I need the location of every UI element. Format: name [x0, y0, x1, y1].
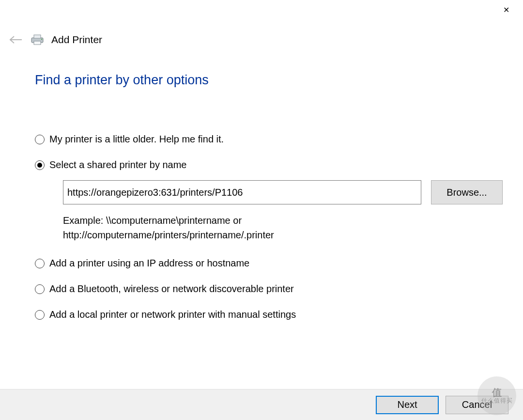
option-local-label: Add a local printer or network printer w…: [49, 309, 296, 320]
radio-bluetooth-network[interactable]: [35, 284, 45, 294]
wizard-header: Add Printer: [9, 30, 514, 49]
option-older-label: My printer is a little older. Help me fi…: [49, 134, 224, 145]
shared-printer-url-input[interactable]: [63, 180, 421, 204]
example-line-2: http://computername/printers/printername…: [63, 228, 412, 242]
wizard-footer: Next Cancel: [0, 389, 523, 420]
browse-button[interactable]: Browse...: [431, 180, 503, 204]
shared-example-text: Example: \\computername\printername or h…: [63, 213, 412, 242]
page-heading: Find a printer by other options: [35, 73, 504, 88]
radio-shared-printer[interactable]: [35, 160, 45, 170]
svg-rect-3: [34, 41, 41, 45]
radio-ip-hostname[interactable]: [35, 259, 45, 268]
option-bluetooth-label: Add a Bluetooth, wireless or network dis…: [49, 283, 294, 295]
option-bluetooth-network[interactable]: Add a Bluetooth, wireless or network dis…: [35, 283, 504, 295]
svg-point-4: [41, 39, 42, 40]
option-ip-hostname[interactable]: Add a printer using an IP address or hos…: [35, 258, 504, 269]
option-shared-label: Select a shared printer by name: [49, 159, 187, 171]
radio-local-manual[interactable]: [35, 310, 45, 320]
radio-older-printer[interactable]: [35, 135, 45, 144]
next-button[interactable]: Next: [376, 396, 439, 414]
option-older-printer[interactable]: My printer is a little older. Help me fi…: [35, 134, 504, 145]
close-button[interactable]: ✕: [495, 2, 517, 17]
back-arrow-icon: [9, 35, 23, 44]
wizard-title: Add Printer: [51, 34, 102, 46]
option-local-manual[interactable]: Add a local printer or network printer w…: [35, 309, 504, 320]
option-ip-label: Add a printer using an IP address or hos…: [49, 258, 249, 269]
svg-rect-2: [34, 35, 41, 38]
option-shared-printer[interactable]: Select a shared printer by name: [35, 159, 504, 171]
back-button[interactable]: [9, 32, 23, 47]
close-icon: ✕: [503, 5, 509, 15]
example-line-1: Example: \\computername\printername or: [63, 213, 412, 228]
cancel-button[interactable]: Cancel: [446, 396, 508, 414]
printer-icon: [30, 34, 45, 46]
shared-printer-section: Browse... Example: \\computername\printe…: [63, 180, 504, 242]
